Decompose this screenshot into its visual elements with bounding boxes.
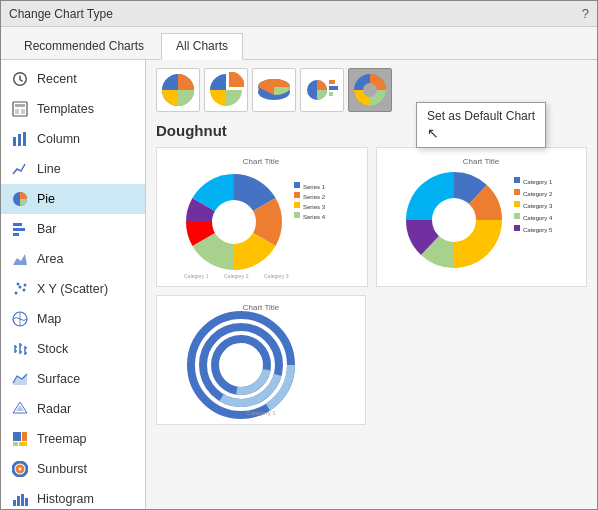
svg-text:Series 4: Series 4 xyxy=(303,214,326,220)
svg-rect-70 xyxy=(294,192,300,198)
chart-type-btn-pie-3d[interactable] xyxy=(252,68,296,112)
sidebar-item-histogram[interactable]: Histogram xyxy=(1,484,145,509)
stock-icon xyxy=(11,340,29,358)
svg-text:Category 2: Category 2 xyxy=(224,273,249,279)
chart-type-btn-doughnut[interactable] xyxy=(348,68,392,112)
svg-rect-39 xyxy=(25,498,28,506)
svg-point-80 xyxy=(432,198,476,242)
sidebar-item-map-label: Map xyxy=(37,312,61,326)
sunburst-icon xyxy=(11,460,29,478)
svg-point-13 xyxy=(19,286,22,289)
sidebar-item-surface[interactable]: Surface xyxy=(1,364,145,394)
svg-rect-83 xyxy=(514,189,520,195)
chart-type-btn-pie-exploded[interactable] xyxy=(204,68,248,112)
svg-rect-10 xyxy=(13,233,19,236)
svg-rect-33 xyxy=(19,442,27,446)
svg-rect-3 xyxy=(21,109,25,114)
svg-text:Series 2: Series 2 xyxy=(303,194,326,200)
svg-rect-62 xyxy=(329,86,338,90)
svg-rect-2 xyxy=(15,109,19,114)
sidebar-item-radar[interactable]: Radar xyxy=(1,394,145,424)
sidebar-item-pie[interactable]: Pie xyxy=(1,184,145,214)
svg-text:Category 5: Category 5 xyxy=(523,227,553,233)
scatter-icon xyxy=(11,280,29,298)
svg-point-65 xyxy=(363,83,377,97)
svg-rect-1 xyxy=(15,104,25,107)
svg-marker-11 xyxy=(13,254,27,265)
sidebar-item-treemap[interactable]: Treemap xyxy=(1,424,145,454)
sidebar-item-area[interactable]: Area xyxy=(1,244,145,274)
bottom-preview-row: Chart Title xyxy=(156,295,587,425)
svg-point-14 xyxy=(23,289,26,292)
sidebar-item-scatter[interactable]: X Y (Scatter) xyxy=(1,274,145,304)
chart-preview-3[interactable]: Chart Title xyxy=(156,295,366,425)
sidebar-item-stock[interactable]: Stock xyxy=(1,334,145,364)
tab-bar: Recommended Charts All Charts xyxy=(1,27,597,60)
tooltip-set-default: Set as Default Chart ↖ xyxy=(416,102,546,148)
svg-rect-6 xyxy=(23,132,26,146)
svg-text:Series 3: Series 3 xyxy=(303,204,326,210)
svg-rect-8 xyxy=(13,223,22,226)
svg-text:Category 2: Category 2 xyxy=(523,191,553,197)
column-icon xyxy=(11,130,29,148)
templates-icon xyxy=(11,100,29,118)
svg-text:Category 1: Category 1 xyxy=(523,179,553,185)
svg-rect-89 xyxy=(514,225,520,231)
sidebar-item-stock-label: Stock xyxy=(37,342,68,356)
area-icon xyxy=(11,250,29,268)
sidebar-item-line-label: Line xyxy=(37,162,61,176)
svg-rect-61 xyxy=(329,80,335,84)
chart-type-btn-pie[interactable] xyxy=(156,68,200,112)
tab-all-charts[interactable]: All Charts xyxy=(161,33,243,60)
svg-rect-74 xyxy=(294,212,300,218)
svg-text:Category 3: Category 3 xyxy=(264,273,289,279)
svg-rect-38 xyxy=(21,494,24,506)
sidebar-item-templates[interactable]: Templates xyxy=(1,94,145,124)
sidebar-item-histogram-label: Histogram xyxy=(37,492,94,506)
help-icon[interactable]: ? xyxy=(582,6,589,21)
svg-point-16 xyxy=(24,284,27,287)
svg-rect-4 xyxy=(13,137,16,146)
sidebar: Recent Templates Column Li xyxy=(1,60,146,509)
svg-rect-63 xyxy=(329,92,333,96)
radar-icon xyxy=(11,400,29,418)
dialog-title: Change Chart Type xyxy=(9,7,113,21)
svg-point-34 xyxy=(13,462,27,476)
svg-rect-72 xyxy=(294,202,300,208)
dialog-content: Recent Templates Column Li xyxy=(1,60,597,509)
sidebar-item-treemap-label: Treemap xyxy=(37,432,87,446)
svg-point-98 xyxy=(227,351,255,379)
sidebar-item-column[interactable]: Column xyxy=(1,124,145,154)
main-chart-area: Set as Default Chart ↖ Doughnut Chart Ti… xyxy=(146,60,597,509)
svg-rect-37 xyxy=(17,496,20,506)
chart-type-btn-pie-bar[interactable] xyxy=(300,68,344,112)
sidebar-item-area-label: Area xyxy=(37,252,63,266)
sidebar-item-map[interactable]: Map xyxy=(1,304,145,334)
chart-preview-1[interactable]: Chart Title xyxy=(156,147,368,287)
svg-point-15 xyxy=(17,283,20,286)
sidebar-item-scatter-label: X Y (Scatter) xyxy=(37,282,108,296)
sidebar-item-recent[interactable]: Recent xyxy=(1,64,145,94)
svg-rect-81 xyxy=(514,177,520,183)
histogram-icon xyxy=(11,490,29,508)
tooltip-text: Set as Default Chart xyxy=(427,109,535,123)
chart-preview-2[interactable]: Chart Title Category 1 Categ xyxy=(376,147,588,287)
svg-rect-87 xyxy=(514,213,520,219)
svg-rect-30 xyxy=(13,432,21,441)
svg-text:Chart Title: Chart Title xyxy=(463,157,500,166)
svg-text:Category 3: Category 3 xyxy=(523,203,553,209)
sidebar-item-recent-label: Recent xyxy=(37,72,77,86)
title-bar: Change Chart Type ? xyxy=(1,1,597,27)
tab-recommended[interactable]: Recommended Charts xyxy=(9,33,159,59)
svg-rect-68 xyxy=(294,182,300,188)
svg-point-12 xyxy=(15,292,18,295)
sidebar-item-bar[interactable]: Bar xyxy=(1,214,145,244)
change-chart-type-dialog: Change Chart Type ? Recommended Charts A… xyxy=(0,0,598,510)
sidebar-item-sunburst-label: Sunburst xyxy=(37,462,87,476)
map-icon xyxy=(11,310,29,328)
sidebar-item-line[interactable]: Line xyxy=(1,154,145,184)
treemap-icon xyxy=(11,430,29,448)
chart-previews-grid: Chart Title xyxy=(156,147,587,287)
svg-text:Series 1: Series 1 xyxy=(303,184,326,190)
sidebar-item-sunburst[interactable]: Sunburst xyxy=(1,454,145,484)
